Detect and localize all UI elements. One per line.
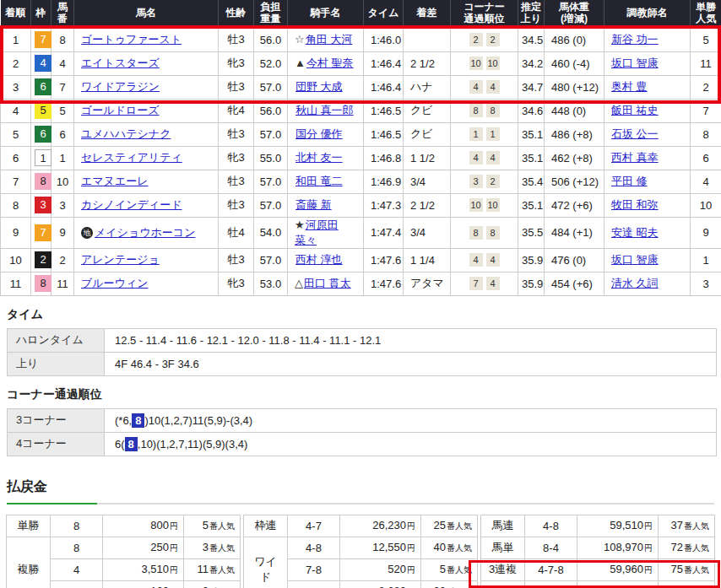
horse-name-link[interactable]: セレスティアリティ (81, 151, 182, 164)
bet-combination: 8 (51, 537, 103, 558)
horse-name-link[interactable]: カシノインディード (81, 198, 182, 211)
corner-order-cell: 22 (451, 28, 518, 51)
margin: クビ (404, 99, 451, 122)
payout-row: 複勝8250円3番人気 (7, 537, 241, 558)
sex-age: 牡3 (219, 248, 254, 272)
bet-combination: 4 (51, 558, 103, 580)
frame-cell: 1 (31, 146, 52, 170)
payout-amount-value: 12,550 (372, 541, 406, 553)
margin: ハナ (404, 75, 451, 99)
trainer-cell: 安達 昭夫 (604, 217, 691, 248)
corner-order-cell: 74 (451, 272, 518, 295)
bet-combination: 4-8 (525, 515, 577, 537)
result-row: 10 2 2 アレンテージョ 牡3 57.0 西村 淳也 1:47.6 1 1/… (1, 248, 721, 272)
trainer-name-link[interactable]: 坂口 智康 (611, 253, 659, 266)
corner3-value: (*6,8)10(1,2,7)11(5,9)-(3,4) (105, 408, 717, 432)
horse-name-link[interactable]: ブルーウィン (81, 277, 149, 289)
result-row: 1 7 8 ゴートゥファースト 牡3 56.0 ☆角田 大河 1:46.0 22… (1, 28, 721, 51)
popularity-value: 5 (440, 563, 446, 575)
bet-type-label: 3連単 (481, 580, 525, 588)
jockey-name-link[interactable]: 西村 淳也 (295, 253, 343, 266)
results-header-row: 着順 枠 馬 番 馬名 性齢 負担 重量 騎手名 タイム 着差 コーナー 通過順… (1, 0, 721, 28)
col-header-sex-age: 性齢 (219, 0, 254, 28)
horse-name-link[interactable]: ゴートゥファースト (81, 33, 182, 46)
finish-position: 8 (1, 193, 31, 217)
trainer-name-link[interactable]: 平田 修 (611, 175, 648, 187)
payout-amount-value: 520 (388, 563, 406, 575)
corner-position-4: 4 (486, 151, 500, 165)
jockey-name-link[interactable]: 北村 友一 (295, 151, 343, 164)
jockey-name-link[interactable]: 団野 大成 (295, 80, 343, 93)
corner3-post: )10(1,2,7)11(5,9)-(3,4) (144, 414, 252, 427)
frame-cell: 5 (31, 99, 52, 122)
trainer-name-link[interactable]: 奥村 豊 (611, 80, 648, 93)
horse-name-link[interactable]: ユメハハテシナク (81, 127, 171, 140)
horse-name-link[interactable]: メイショウホーコン (95, 226, 195, 239)
trainer-name-link[interactable]: 飯田 祐史 (611, 104, 659, 116)
carried-weight: 57.0 (254, 75, 288, 99)
yen-suffix: 円 (644, 521, 653, 531)
jockey-name-link[interactable]: 角田 大河 (306, 33, 353, 46)
popularity-suffix: 番人気 (209, 543, 235, 553)
yen-suffix: 円 (170, 543, 178, 553)
corner4-label: 4コーナー (8, 432, 105, 456)
trainer-name-link[interactable]: 安達 昭夫 (611, 226, 659, 239)
horse-name-cell: ブルーウィン (74, 272, 219, 295)
estimated-last3f: 34.5 (518, 28, 545, 51)
bet-type-label: 複勝 (7, 537, 51, 588)
popularity-rank: 11番人気 (184, 558, 241, 580)
win-popularity: 6 (691, 146, 721, 170)
payout-amount: 12,550円 (340, 537, 421, 558)
jockey-name-link[interactable]: 国分 優作 (295, 127, 343, 140)
apprentice-mark: ▲ (295, 57, 306, 69)
jockey-name-link[interactable]: 田口 貫太 (304, 277, 351, 289)
horse-name-cell: ゴートゥファースト (74, 28, 219, 51)
corner3-row: 3コーナー (*6,8)10(1,2,7)11(5,9)-(3,4) (8, 408, 717, 432)
carried-weight: 57.0 (254, 193, 288, 217)
frame-cell: 3 (31, 193, 52, 217)
trainer-name-link[interactable]: 新谷 功一 (611, 33, 659, 46)
win-popularity: 9 (691, 217, 721, 248)
frame-number-badge: 8 (35, 173, 52, 190)
horse-name-link[interactable]: ゴールドローズ (81, 104, 160, 116)
jockey-name-link[interactable]: 秋山 真一郎 (295, 104, 354, 116)
finish-position: 2 (1, 51, 31, 75)
frame-number-badge: 3 (35, 197, 52, 213)
popularity-value: 453 (664, 585, 683, 588)
win-popularity: 2 (691, 75, 721, 99)
finish-position: 10 (1, 248, 31, 272)
popularity-suffix: 番人気 (209, 565, 235, 575)
yen-suffix: 円 (407, 565, 415, 575)
carried-weight: 57.0 (254, 170, 288, 193)
horse-name-cell: 地メイショウホーコン (74, 217, 219, 248)
bet-type-label: ワイド (244, 537, 288, 588)
payout-table: 枠連4-726,230円25番人気ワイド4-812,550円40番人気7-852… (243, 515, 478, 588)
horse-name-link[interactable]: エマヌエーレ (81, 175, 149, 187)
time-section-title: タイム (7, 307, 714, 322)
win-popularity: 7 (691, 99, 721, 122)
jockey-name-link[interactable]: 斎藤 新 (295, 198, 332, 211)
win-popularity: 11 (691, 51, 721, 75)
last-up-row: 上り 4F 46.4 - 3F 34.6 (8, 352, 717, 375)
payout-amount: 160円 (103, 580, 184, 588)
horse-name-link[interactable]: アレンテージョ (81, 253, 160, 266)
jockey-cell: 斎藤 新 (288, 193, 364, 217)
margin: アタマ (404, 272, 451, 295)
popularity-rank: 453番人気 (659, 580, 715, 588)
payout-amount-value: 59,510 (610, 519, 643, 531)
estimated-last3f: 34.6 (518, 99, 545, 122)
trainer-name-link[interactable]: 清水 久詞 (611, 277, 659, 289)
jockey-name-link[interactable]: 和田 竜二 (295, 175, 343, 187)
finish-time: 1:46.4 (364, 75, 404, 99)
trainer-name-link[interactable]: 坂口 智康 (611, 57, 659, 69)
horse-name-link[interactable]: エイトスターズ (81, 57, 160, 69)
horse-name-link[interactable]: ワイドアラジン (81, 80, 160, 93)
carried-weight: 53.0 (254, 272, 288, 295)
jockey-name-link[interactable]: 今村 聖奈 (306, 57, 354, 69)
margin (404, 28, 451, 51)
body-weight: 472 (+6) (545, 193, 604, 217)
trainer-name-link[interactable]: 西村 真幸 (611, 151, 659, 164)
frame-number-badge: 8 (35, 275, 52, 292)
trainer-name-link[interactable]: 牧田 和弥 (611, 198, 659, 211)
trainer-name-link[interactable]: 石坂 公一 (611, 127, 659, 140)
